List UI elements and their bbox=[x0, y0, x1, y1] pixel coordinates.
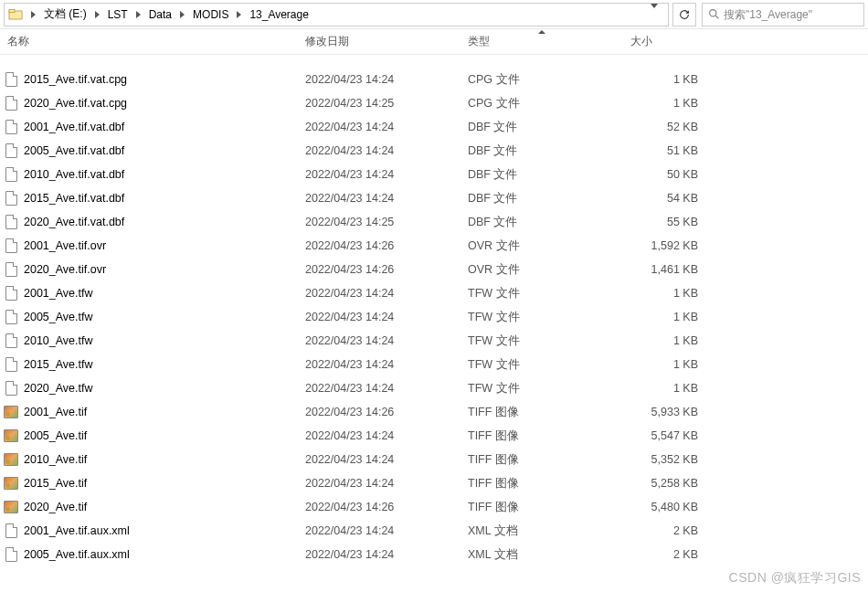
file-icon bbox=[4, 120, 18, 134]
file-date: 2022/04/23 14:26 bbox=[298, 501, 460, 513]
file-row[interactable]: 2020_Ave.tif2022/04/23 14:26TIFF 图像5,480… bbox=[0, 495, 868, 519]
address-toolbar: 文档 (E:) LST Data MODIS 13_Average bbox=[0, 0, 868, 29]
refresh-button[interactable] bbox=[672, 3, 696, 26]
file-icon bbox=[4, 96, 18, 111]
file-date: 2022/04/23 14:24 bbox=[298, 334, 460, 347]
breadcrumb[interactable]: 文档 (E:) LST Data MODIS 13_Average bbox=[4, 3, 669, 26]
file-type: TIFF 图像 bbox=[460, 452, 623, 468]
file-type: DBF 文件 bbox=[460, 167, 623, 183]
file-size: 51 KB bbox=[623, 144, 705, 157]
breadcrumb-item[interactable]: 13_Average bbox=[244, 4, 314, 26]
file-date: 2022/04/23 14:24 bbox=[298, 548, 460, 561]
breadcrumb-item[interactable]: Data bbox=[143, 4, 177, 26]
sort-ascending-icon bbox=[538, 30, 545, 34]
file-row[interactable]: 2001_Ave.tfw2022/04/23 14:24TFW 文件1 KB bbox=[0, 281, 868, 305]
file-row[interactable]: 2020_Ave.tif.ovr2022/04/23 14:26OVR 文件1,… bbox=[0, 258, 868, 281]
file-size: 1 KB bbox=[623, 311, 705, 323]
svg-rect-1 bbox=[9, 9, 15, 12]
breadcrumb-history-dropdown[interactable] bbox=[648, 5, 661, 24]
file-date: 2022/04/23 14:24 bbox=[298, 429, 460, 442]
file-name: 2005_Ave.tif bbox=[24, 429, 87, 442]
file-size: 1 KB bbox=[623, 287, 705, 300]
file-row[interactable]: 2020_Ave.tfw2022/04/23 14:24TFW 文件1 KB bbox=[0, 376, 868, 400]
file-row[interactable]: 2020_Ave.tif.vat.cpg2022/04/23 14:25CPG … bbox=[0, 91, 868, 115]
file-size: 5,258 KB bbox=[623, 477, 705, 490]
file-name bbox=[24, 55, 26, 67]
breadcrumb-item[interactable]: LST bbox=[102, 4, 133, 26]
file-type: CPG 文件 bbox=[460, 96, 623, 111]
file-icon bbox=[4, 191, 18, 206]
file-row[interactable]: 2020_Ave.tif.vat.dbf2022/04/23 14:25DBF … bbox=[0, 210, 868, 234]
file-name: 2005_Ave.tfw bbox=[24, 311, 93, 323]
file-name: 2015_Ave.tfw bbox=[24, 358, 93, 371]
chevron-right-icon bbox=[95, 11, 100, 18]
refresh-icon bbox=[678, 8, 691, 21]
file-size: 55 KB bbox=[623, 216, 705, 228]
file-type: TIFF 图像 bbox=[460, 405, 623, 420]
file-name: 2001_Ave.tif.vat.dbf bbox=[24, 121, 124, 133]
file-name: 2020_Ave.tif bbox=[24, 501, 87, 513]
file-type: TFW 文件 bbox=[460, 357, 623, 373]
header-date[interactable]: 修改日期 bbox=[298, 29, 460, 54]
file-icon bbox=[4, 72, 18, 87]
file-row[interactable]: 2005_Ave.tif2022/04/23 14:24TIFF 图像5,547… bbox=[0, 424, 868, 448]
file-size: 1 KB bbox=[623, 97, 705, 110]
file-type: OVR 文件 bbox=[460, 262, 623, 278]
file-date: 2022/04/23 14:24 bbox=[298, 144, 460, 157]
file-date: 2022/04/23 14:24 bbox=[298, 453, 460, 466]
file-row[interactable]: 2001_Ave.tif.aux.xml2022/04/23 14:24XML … bbox=[0, 519, 868, 543]
column-headers: 名称 修改日期 类型 大小 bbox=[0, 29, 868, 55]
header-type[interactable]: 类型 bbox=[460, 29, 623, 54]
file-size: 5,933 KB bbox=[623, 406, 705, 418]
file-date: 2022/04/23 14:24 bbox=[298, 192, 460, 205]
search-input[interactable] bbox=[724, 8, 858, 21]
file-size: 52 KB bbox=[623, 121, 705, 133]
search-box[interactable] bbox=[702, 3, 864, 26]
file-date: 2022/04/23 14:26 bbox=[298, 263, 460, 276]
chevron-right-icon bbox=[237, 11, 241, 18]
file-type: OVR 文件 bbox=[460, 238, 623, 254]
file-icon bbox=[4, 547, 18, 562]
file-row-partial[interactable] bbox=[0, 55, 868, 68]
file-row[interactable]: 2005_Ave.tfw2022/04/23 14:24TFW 文件1 KB bbox=[0, 305, 868, 329]
file-size: 1,592 KB bbox=[623, 239, 705, 252]
file-name: 2005_Ave.tif.aux.xml bbox=[24, 548, 130, 561]
file-row[interactable]: 2015_Ave.tif.vat.dbf2022/04/23 14:24DBF … bbox=[0, 186, 868, 210]
file-type: DBF 文件 bbox=[460, 143, 623, 159]
watermark: CSDN @疯狂学习GIS bbox=[729, 570, 861, 587]
file-row[interactable]: 2005_Ave.tif.vat.dbf2022/04/23 14:24DBF … bbox=[0, 139, 868, 163]
file-size: 1 KB bbox=[623, 334, 705, 347]
header-name[interactable]: 名称 bbox=[0, 29, 298, 54]
file-name: 2020_Ave.tif.vat.cpg bbox=[24, 97, 127, 110]
file-row[interactable]: 2015_Ave.tfw2022/04/23 14:24TFW 文件1 KB bbox=[0, 353, 868, 376]
file-date: 2022/04/23 14:24 bbox=[298, 382, 460, 395]
image-icon bbox=[4, 500, 18, 514]
file-row[interactable]: 2010_Ave.tfw2022/04/23 14:24TFW 文件1 KB bbox=[0, 329, 868, 353]
file-icon bbox=[4, 215, 18, 229]
breadcrumb-item[interactable]: 文档 (E:) bbox=[38, 4, 92, 26]
breadcrumb-item[interactable]: MODIS bbox=[187, 4, 234, 26]
file-row[interactable]: 2001_Ave.tif.ovr2022/04/23 14:26OVR 文件1,… bbox=[0, 234, 868, 258]
file-type: TFW 文件 bbox=[460, 286, 623, 301]
file-type: XML 文档 bbox=[460, 523, 623, 539]
file-row[interactable]: 2010_Ave.tif2022/04/23 14:24TIFF 图像5,352… bbox=[0, 448, 868, 471]
file-size: 2 KB bbox=[623, 524, 705, 537]
file-icon bbox=[4, 381, 18, 396]
header-size[interactable]: 大小 bbox=[623, 29, 705, 54]
file-name: 2010_Ave.tfw bbox=[24, 334, 93, 347]
file-row[interactable]: 2015_Ave.tif.vat.cpg2022/04/23 14:24CPG … bbox=[0, 68, 868, 91]
file-type: TIFF 图像 bbox=[460, 428, 623, 444]
image-icon bbox=[4, 428, 18, 443]
file-type: CPG 文件 bbox=[460, 72, 623, 88]
file-row[interactable]: 2005_Ave.tif.aux.xml2022/04/23 14:24XML … bbox=[0, 543, 868, 566]
file-name: 2020_Ave.tif.ovr bbox=[24, 263, 106, 276]
file-row[interactable]: 2001_Ave.tif2022/04/23 14:26TIFF 图像5,933… bbox=[0, 400, 868, 424]
chevron-right-icon bbox=[180, 11, 185, 18]
file-row[interactable]: 2015_Ave.tif2022/04/23 14:24TIFF 图像5,258… bbox=[0, 471, 868, 495]
file-size: 5,352 KB bbox=[623, 453, 705, 466]
image-icon bbox=[4, 452, 18, 467]
file-row[interactable]: 2010_Ave.tif.vat.dbf2022/04/23 14:24DBF … bbox=[0, 163, 868, 186]
file-row[interactable]: 2001_Ave.tif.vat.dbf2022/04/23 14:24DBF … bbox=[0, 115, 868, 139]
file-date: 2022/04/23 14:24 bbox=[298, 168, 460, 181]
file-type: TIFF 图像 bbox=[460, 476, 623, 492]
